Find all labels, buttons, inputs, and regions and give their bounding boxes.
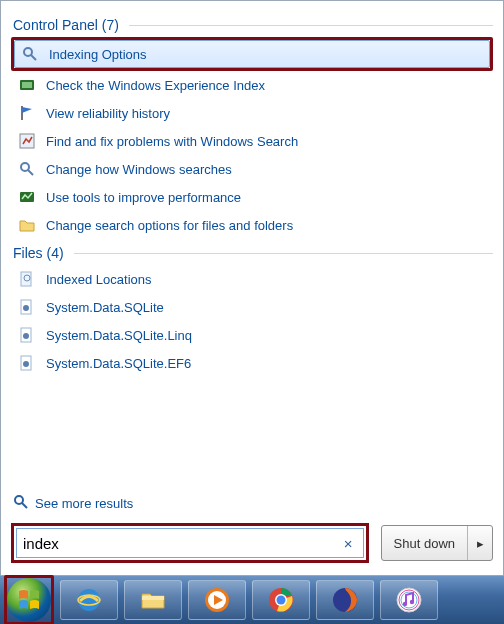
- result-label: System.Data.SQLite.Linq: [46, 328, 192, 343]
- result-fix-search[interactable]: Find and fix problems with Windows Searc…: [11, 127, 493, 155]
- itunes-icon: [395, 586, 423, 614]
- svg-point-16: [23, 361, 29, 367]
- svg-point-14: [23, 333, 29, 339]
- svg-point-12: [23, 305, 29, 311]
- result-indexing-options[interactable]: Indexing Options: [14, 40, 490, 68]
- result-sqlite-ef6[interactable]: System.Data.SQLite.EF6: [11, 349, 493, 377]
- section-header-files: Files (4): [13, 245, 493, 261]
- result-label: Find and fix problems with Windows Searc…: [46, 134, 298, 149]
- highlight-search-box: ×: [11, 523, 369, 563]
- result-label: Use tools to improve performance: [46, 190, 241, 205]
- taskbar-chrome[interactable]: [252, 580, 310, 620]
- section-count: (7): [102, 17, 119, 33]
- svg-line-7: [28, 170, 33, 175]
- result-folder-options[interactable]: Change search options for files and fold…: [11, 211, 493, 239]
- firefox-icon: [331, 586, 359, 614]
- divider: [74, 253, 493, 254]
- clear-search-icon[interactable]: ×: [340, 535, 357, 552]
- flag-icon: [18, 104, 36, 122]
- see-more-results[interactable]: See more results: [11, 486, 493, 523]
- folder-icon: [139, 586, 167, 614]
- svg-point-32: [410, 600, 414, 604]
- chevron-right-icon: ▸: [477, 536, 484, 551]
- result-improve-perf[interactable]: Use tools to improve performance: [11, 183, 493, 211]
- media-player-icon: [203, 586, 231, 614]
- svg-point-0: [24, 48, 32, 56]
- taskbar-media-player[interactable]: [188, 580, 246, 620]
- svg-point-17: [15, 496, 23, 504]
- result-label: System.Data.SQLite.EF6: [46, 356, 191, 371]
- section-title: Control Panel: [13, 17, 98, 33]
- svg-point-26: [277, 596, 286, 605]
- result-indexed-locations[interactable]: Indexed Locations: [11, 265, 493, 293]
- search-input[interactable]: [23, 535, 340, 552]
- result-label: Indexed Locations: [46, 272, 152, 287]
- search-icon: [13, 494, 29, 513]
- result-sqlite-linq[interactable]: System.Data.SQLite.Linq: [11, 321, 493, 349]
- indexing-icon: [18, 160, 36, 178]
- indexing-icon: [21, 45, 39, 63]
- result-label: Change how Windows searches: [46, 162, 232, 177]
- svg-rect-21: [142, 596, 164, 600]
- control-panel-results: Indexing Options Check the Windows Exper…: [11, 37, 493, 239]
- result-label: Change search options for files and fold…: [46, 218, 293, 233]
- troubleshoot-icon: [18, 132, 36, 150]
- taskbar-itunes[interactable]: [380, 580, 438, 620]
- result-label: System.Data.SQLite: [46, 300, 164, 315]
- config-file-icon: [18, 326, 36, 344]
- section-count: (4): [47, 245, 64, 261]
- result-sqlite[interactable]: System.Data.SQLite: [11, 293, 493, 321]
- result-change-search[interactable]: Change how Windows searches: [11, 155, 493, 183]
- chrome-icon: [267, 586, 295, 614]
- windows-logo-icon: [16, 587, 42, 613]
- highlight-start-button: [4, 575, 54, 624]
- svg-point-31: [403, 602, 407, 606]
- search-box[interactable]: ×: [16, 528, 364, 558]
- performance-icon: [18, 188, 36, 206]
- svg-rect-3: [22, 82, 32, 88]
- section-title: Files: [13, 245, 43, 261]
- shutdown-label: Shut down: [394, 536, 455, 551]
- ie-icon: [75, 586, 103, 614]
- config-file-icon: [18, 354, 36, 372]
- result-reliability[interactable]: View reliability history: [11, 99, 493, 127]
- config-file-icon: [18, 298, 36, 316]
- svg-point-6: [21, 163, 29, 171]
- taskbar-internet-explorer[interactable]: [60, 580, 118, 620]
- section-header-control-panel: Control Panel (7): [13, 17, 493, 33]
- result-label: View reliability history: [46, 106, 170, 121]
- result-experience-index[interactable]: Check the Windows Experience Index: [11, 71, 493, 99]
- highlight-indexing-options: Indexing Options: [11, 37, 493, 71]
- divider: [129, 25, 493, 26]
- shutdown-button[interactable]: Shut down: [382, 526, 468, 560]
- folder-options-icon: [18, 216, 36, 234]
- svg-line-1: [31, 55, 36, 60]
- svg-line-18: [22, 503, 27, 508]
- files-results: Indexed Locations System.Data.SQLite Sys…: [11, 265, 493, 377]
- shutdown-split-button: Shut down ▸: [381, 525, 493, 561]
- see-more-label: See more results: [35, 496, 133, 511]
- search-doc-icon: [18, 270, 36, 288]
- taskbar: [0, 576, 504, 624]
- result-label: Indexing Options: [49, 47, 147, 62]
- start-menu-results: Control Panel (7) Indexing Options Check…: [0, 0, 504, 576]
- taskbar-file-explorer[interactable]: [124, 580, 182, 620]
- taskbar-firefox[interactable]: [316, 580, 374, 620]
- start-button[interactable]: [7, 578, 51, 622]
- result-label: Check the Windows Experience Index: [46, 78, 265, 93]
- bottom-row: × Shut down ▸: [11, 523, 493, 569]
- experience-icon: [18, 76, 36, 94]
- shutdown-options-arrow[interactable]: ▸: [468, 526, 492, 560]
